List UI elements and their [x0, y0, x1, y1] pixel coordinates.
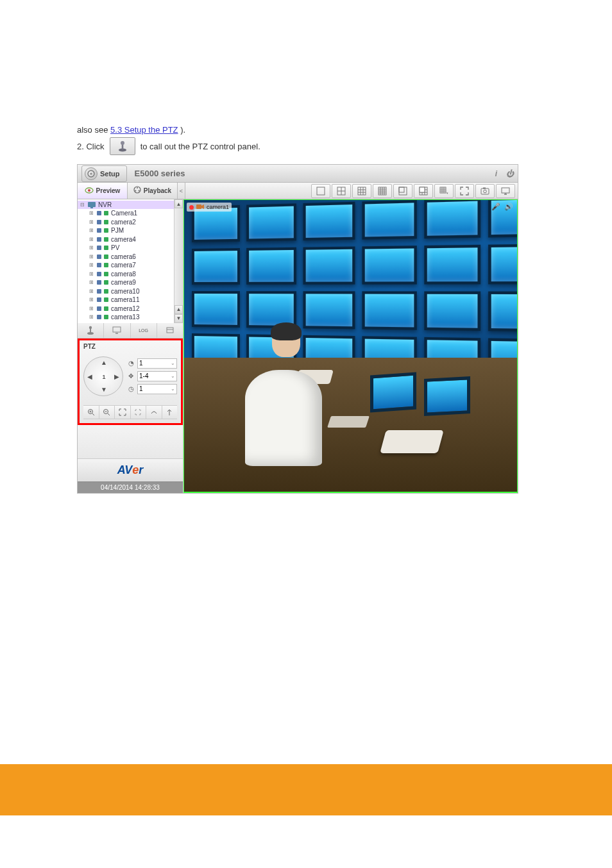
desk-phone-front — [380, 430, 444, 453]
svg-rect-34 — [420, 187, 425, 192]
doc-mid-spacer — [0, 494, 612, 764]
camera-icon — [104, 315, 108, 319]
play-icon — [97, 228, 101, 233]
play-icon — [97, 280, 101, 285]
joystick-small-btn[interactable] — [78, 323, 104, 338]
tree-item[interactable]: ⊞camera8 — [78, 270, 174, 279]
play-icon — [97, 237, 101, 242]
doc-line2-before: 2. Click — [77, 142, 105, 151]
tab-playback-label: Playback — [144, 187, 171, 194]
ptz-title: PTZ — [83, 343, 177, 350]
play-icon — [97, 220, 101, 224]
ptz-group-select[interactable]: 1-4 ⌄ — [137, 371, 177, 381]
title-bar: Setup E5000 series i ⏻ — [78, 165, 518, 183]
camera-icon — [104, 255, 108, 259]
video-area[interactable]: camera1 🎤 🔊 — [183, 199, 518, 493]
setup-button[interactable]: Setup — [81, 165, 127, 182]
focus-in-btn[interactable] — [115, 406, 131, 419]
camera-icon — [104, 237, 108, 242]
home-btn[interactable] — [146, 406, 162, 419]
svg-line-57 — [92, 413, 94, 415]
sidebar-collapse-btn[interactable]: < — [178, 183, 185, 199]
monitor-small-btn[interactable] — [104, 323, 130, 338]
scroll-down-btn[interactable]: ▼ — [174, 314, 183, 323]
tree-scrollbar[interactable]: ▲ ▲ ▼ — [174, 199, 183, 323]
layout-more-btn[interactable]: ▾ — [434, 184, 454, 198]
scroll-up-btn-2[interactable]: ▲ — [174, 305, 183, 314]
camera-icon — [104, 289, 108, 294]
mic-overlay-icon[interactable]: 🎤 — [491, 203, 500, 211]
zoom-out-btn[interactable] — [99, 406, 115, 419]
tree-item[interactable]: ⊞camera4 — [78, 235, 174, 244]
svg-point-4 — [90, 172, 92, 174]
tree-item-label: camera9 — [111, 278, 136, 287]
svg-rect-27 — [399, 187, 407, 195]
desk-monitor-2 — [424, 376, 470, 416]
play-icon — [97, 272, 101, 276]
power-icon[interactable]: ⏻ — [506, 169, 514, 178]
layout-4x4-btn[interactable] — [373, 184, 392, 198]
pos-btn[interactable] — [157, 323, 183, 338]
info-icon[interactable]: i — [495, 169, 497, 178]
tree-item-label: camera8 — [111, 270, 136, 279]
tree-item[interactable]: ⊞PJM — [78, 226, 174, 235]
ptz-speed-select[interactable]: 1 ⌄ — [137, 384, 177, 394]
chevron-down-icon: ⌄ — [171, 360, 175, 366]
ptz-right-btn[interactable]: ▶ — [111, 371, 123, 383]
layout-2x2-btn[interactable] — [332, 184, 351, 198]
doc-link-ptz-setup[interactable]: 5.3 Setup the PTZ — [110, 125, 178, 135]
svg-point-42 — [484, 190, 487, 193]
ptz-left-btn[interactable]: ◀ — [84, 371, 96, 383]
tree-item[interactable]: ⊞camera13 — [78, 313, 174, 322]
doc-line1-prefix: also see — [77, 125, 110, 135]
monitor-btn[interactable] — [496, 184, 515, 198]
tree-item[interactable]: ⊞camera2 — [78, 218, 174, 227]
ptz-preset-select[interactable]: 1 ⌄ — [137, 358, 177, 369]
tree-item[interactable]: ⊞Camera1 — [78, 209, 174, 218]
log-label: LOG — [139, 328, 148, 333]
main-body: ⊟ NVR ⊞Camera1⊞camera2⊞PJM⊞camera4⊞PV⊞ca… — [78, 199, 518, 493]
camera-tree[interactable]: ⊟ NVR ⊞Camera1⊞camera2⊞PJM⊞camera4⊞PV⊞ca… — [78, 199, 174, 323]
scroll-up-btn[interactable]: ▲ — [174, 199, 183, 208]
tree-item[interactable]: ⊞camera9 — [78, 278, 174, 287]
speaker-overlay-icon[interactable]: 🔊 — [504, 203, 513, 211]
svg-text:▾: ▾ — [446, 191, 448, 195]
play-icon — [97, 246, 101, 250]
play-icon — [97, 315, 101, 319]
svg-rect-15 — [358, 187, 366, 195]
tour-btn[interactable] — [162, 406, 178, 419]
tab-preview[interactable]: Preview — [78, 183, 128, 199]
tree-item[interactable]: ⊞PV — [78, 244, 174, 253]
tree-item[interactable]: ⊞camera6 — [78, 253, 174, 262]
svg-point-51 — [89, 326, 92, 329]
layout-custom-btn[interactable] — [414, 184, 433, 198]
snapshot-btn[interactable] — [475, 184, 495, 198]
camera-small-icon — [196, 203, 204, 211]
zoom-in-btn[interactable] — [83, 406, 99, 419]
svg-rect-64 — [196, 204, 201, 209]
recording-icon — [189, 205, 194, 210]
tree-root-nvr[interactable]: ⊟ NVR — [78, 201, 174, 209]
tab-playback[interactable]: Playback — [128, 183, 178, 199]
play-icon — [97, 306, 101, 311]
camera-icon — [104, 228, 108, 233]
layout-1plus-btn[interactable] — [393, 184, 412, 198]
tree-item[interactable]: ⊞camera11 — [78, 296, 174, 305]
tree-item[interactable]: ⊞camera7 — [78, 261, 174, 270]
tree-item[interactable]: ⊞camera10 — [78, 287, 174, 296]
fullscreen-btn[interactable] — [455, 184, 474, 198]
speed-icon: ◷ — [127, 385, 135, 392]
ptz-down-btn[interactable]: ▼ — [98, 384, 110, 396]
log-btn[interactable]: LOG — [131, 323, 157, 338]
timestamp: 04/14/2014 14:28:33 — [78, 481, 183, 493]
svg-rect-54 — [167, 328, 173, 333]
ptz-panel: PTZ ▲ ▼ ◀ ▶ 1 ◔ 1 ⌄ — [78, 338, 183, 425]
focus-out-btn[interactable] — [131, 406, 147, 419]
layout-1x1-btn[interactable] — [311, 184, 330, 198]
ptz-up-btn[interactable]: ▲ — [98, 357, 110, 369]
svg-rect-28 — [399, 187, 404, 192]
layout-3x3-btn[interactable] — [352, 184, 371, 198]
video-status: camera1 — [187, 203, 232, 212]
tree-item[interactable]: ⊞camera12 — [78, 305, 174, 313]
tree-item-label: PV — [111, 244, 119, 253]
